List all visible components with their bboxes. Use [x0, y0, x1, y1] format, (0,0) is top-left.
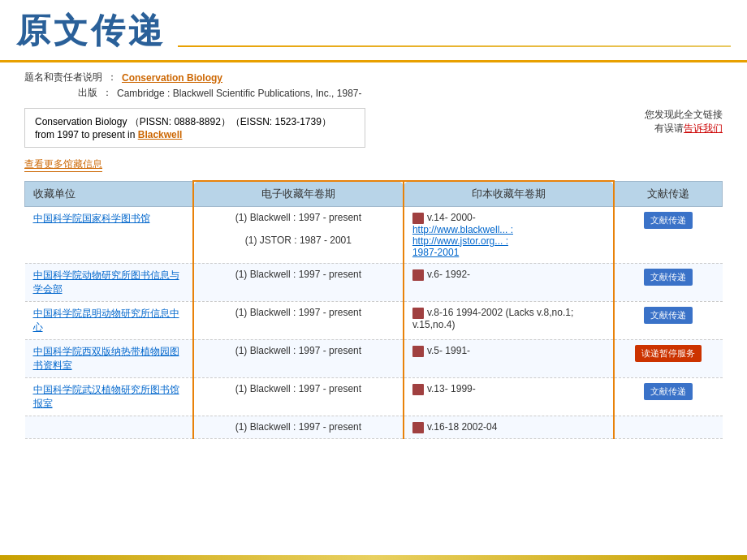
- institution-cell: [25, 416, 193, 438]
- meta-title-value: Conservation Biology: [122, 72, 222, 84]
- print-book-icon: [412, 384, 424, 395]
- report-link[interactable]: 告诉我们: [684, 123, 723, 134]
- th-delivery: 文献传递: [614, 181, 722, 207]
- electronic-cell: (1) Blackwell : 1997 - present(1) JSTOR …: [193, 207, 404, 264]
- table-row: 中国科学院昆明动物研究所信息中心(1) Blackwell : 1997 - p…: [25, 301, 723, 339]
- delivery-button[interactable]: 文献传递: [644, 269, 693, 286]
- main-table: 收藏单位 电子收藏年卷期 印本收藏年卷期 文献传递 中国科学院国家科学图书馆(1…: [24, 180, 723, 439]
- holdings-box: Conservation Biology （PISSN: 0888-8892）（…: [24, 108, 365, 148]
- reader-service-button[interactable]: 读递暂停服务: [635, 345, 702, 362]
- report-prefix: 您发现此全文链接: [645, 109, 723, 120]
- table-row: 中国科学院武汉植物研究所图书馆报室(1) Blackwell : 1997 - …: [25, 377, 723, 416]
- print-url-link[interactable]: http://www.jstor.org... :: [412, 235, 508, 247]
- header-section: 原文传递: [0, 0, 747, 62]
- header-line: [178, 45, 731, 47]
- print-text: v.14- 2000-: [427, 212, 476, 223]
- delivery-button[interactable]: 文献传递: [644, 383, 693, 400]
- holdings-pissn: PISSN: 0888-8892: [140, 116, 221, 127]
- print-text: v.16-18 2002-04: [427, 421, 498, 433]
- print-text: v.13- 1999-: [427, 383, 476, 394]
- electronic-entry: (1) Blackwell : 1997 - present: [235, 212, 361, 223]
- meta-title-colon: ：: [107, 71, 117, 84]
- print-text: v.8-16 1994-2002 (Lacks v.8,no.1; v.15,n…: [412, 307, 573, 330]
- delivery-cell: 读递暂停服务: [614, 339, 722, 377]
- print-book-icon: [412, 422, 424, 433]
- meta-title-label: 题名和责任者说明: [24, 71, 102, 84]
- print-text: v.6- 1992-: [427, 269, 470, 280]
- meta-publisher-line: 出版 ： Cambridge : Blackwell Scientific Pu…: [24, 86, 723, 100]
- electronic-entry: (1) Blackwell : 1997 - present: [235, 383, 361, 394]
- print-book-icon: [412, 213, 424, 224]
- electronic-entry: (1) Blackwell : 1997 - present: [235, 269, 361, 280]
- print-book-icon: [412, 308, 424, 319]
- delivery-cell: 文献传递: [614, 263, 722, 301]
- print-cell: v.8-16 1994-2002 (Lacks v.8,no.1; v.15,n…: [404, 301, 614, 339]
- delivery-cell: 文献传递: [614, 377, 722, 416]
- print-book-icon: [412, 346, 424, 357]
- electronic-entry: (1) Blackwell : 1997 - present: [235, 345, 361, 356]
- delivery-cell: [614, 416, 722, 438]
- delivery-button[interactable]: 文献传递: [644, 307, 693, 324]
- holdings-journal: Conservation Biology: [35, 116, 127, 127]
- electronic-entry: (1) Blackwell : 1997 - present: [235, 307, 361, 318]
- electronic-cell: (1) Blackwell : 1997 - present: [193, 263, 404, 301]
- print-text: v.5- 1991-: [427, 345, 470, 356]
- electronic-cell: (1) Blackwell : 1997 - present: [193, 377, 404, 416]
- th-electronic: 电子收藏年卷期: [193, 181, 404, 207]
- meta-publisher-colon: ：: [102, 86, 112, 100]
- delivery-cell: 文献传递: [614, 301, 722, 339]
- institution-cell[interactable]: 中国科学院动物研究所图书信息与学会部: [25, 263, 193, 301]
- print-book-icon: [412, 269, 424, 281]
- print-url-link[interactable]: http://www.blackwell... :: [412, 224, 513, 235]
- meta-publisher-value: Cambridge : Blackwell Scientific Publica…: [117, 88, 361, 99]
- meta-section: 题名和责任者说明 ： Conservation Biology 出版 ： Cam…: [24, 71, 723, 101]
- meta-publisher-label: 出版: [24, 86, 97, 100]
- institution-cell[interactable]: 中国科学院西双版纳热带植物园图书资料室: [25, 339, 193, 377]
- more-holdings-link[interactable]: 查看更多馆藏信息: [24, 157, 102, 172]
- bottom-bar: [0, 555, 747, 560]
- table-row: 中国科学院动物研究所图书信息与学会部(1) Blackwell : 1997 -…: [25, 263, 723, 301]
- holdings-coverage: from 1997 to present in: [35, 129, 135, 140]
- content-area: 题名和责任者说明 ： Conservation Biology 出版 ： Cam…: [0, 62, 747, 447]
- th-institution: 收藏单位: [25, 181, 193, 207]
- print-cell: v.16-18 2002-04: [404, 416, 614, 438]
- report-section: 您发现此全文链接 有误请告诉我们: [645, 108, 723, 136]
- electronic-entry: (1) JSTOR : 1987 - 2001: [245, 235, 352, 246]
- electronic-cell: (1) Blackwell : 1997 - present: [193, 301, 404, 339]
- delivery-cell: 文献传递: [614, 207, 722, 264]
- holdings-eissn: EISSN: 1523-1739: [240, 116, 322, 127]
- electronic-cell: (1) Blackwell : 1997 - present: [193, 339, 404, 377]
- blackwell-link[interactable]: Blackwell: [138, 129, 183, 140]
- top-info-row: Conservation Biology （PISSN: 0888-8892）（…: [24, 108, 723, 153]
- electronic-entry: (1) Blackwell : 1997 - present: [235, 421, 361, 433]
- print-cell: v.5- 1991-: [404, 339, 614, 377]
- print-cell: v.14- 2000-http://www.blackwell... :http…: [404, 207, 614, 264]
- print-url-link[interactable]: 1987-2001: [412, 247, 459, 258]
- table-row: (1) Blackwell : 1997 - presentv.16-18 20…: [25, 416, 723, 438]
- print-cell: v.6- 1992-: [404, 263, 614, 301]
- institution-cell[interactable]: 中国科学院昆明动物研究所信息中心: [25, 301, 193, 339]
- institution-cell[interactable]: 中国科学院国家科学图书馆: [25, 207, 193, 264]
- th-print: 印本收藏年卷期: [404, 181, 614, 207]
- electronic-cell: (1) Blackwell : 1997 - present: [193, 416, 404, 438]
- report-suffix: 有误请: [654, 123, 684, 134]
- meta-title-line: 题名和责任者说明 ： Conservation Biology: [24, 71, 723, 84]
- page-title: 原文传递: [16, 8, 166, 54]
- institution-cell[interactable]: 中国科学院武汉植物研究所图书馆报室: [25, 377, 193, 416]
- delivery-button[interactable]: 文献传递: [644, 212, 693, 229]
- table-row: 中国科学院国家科学图书馆(1) Blackwell : 1997 - prese…: [25, 207, 723, 264]
- table-row: 中国科学院西双版纳热带植物园图书资料室(1) Blackwell : 1997 …: [25, 339, 723, 377]
- print-cell: v.13- 1999-: [404, 377, 614, 416]
